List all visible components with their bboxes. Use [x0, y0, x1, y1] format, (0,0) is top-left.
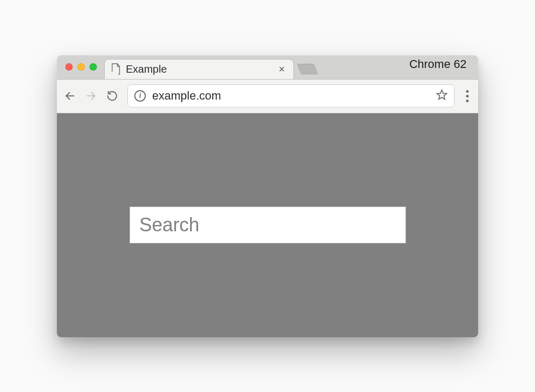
- window-controls: [57, 55, 105, 79]
- reload-button[interactable]: [106, 90, 118, 102]
- url-text: example.com: [152, 89, 430, 103]
- minimize-window-button[interactable]: [77, 63, 85, 71]
- close-window-button[interactable]: [65, 63, 73, 71]
- back-button[interactable]: [64, 90, 76, 102]
- tab-strip: Example × Chrome 62: [57, 55, 478, 80]
- browser-window: Example × Chrome 62 i ex: [57, 55, 478, 337]
- page-viewport: [57, 113, 478, 337]
- bookmark-star-icon[interactable]: [436, 89, 448, 103]
- maximize-window-button[interactable]: [90, 63, 97, 71]
- toolbar: i example.com: [57, 80, 478, 113]
- tab-title: Example: [126, 63, 276, 75]
- page-icon: [111, 63, 121, 75]
- forward-button[interactable]: [85, 90, 97, 102]
- new-tab-button[interactable]: [297, 64, 318, 74]
- close-tab-button[interactable]: ×: [276, 64, 287, 74]
- search-input[interactable]: [130, 207, 406, 243]
- address-bar[interactable]: i example.com: [127, 84, 454, 107]
- browser-menu-button[interactable]: [464, 90, 471, 102]
- site-info-icon[interactable]: i: [134, 90, 146, 102]
- browser-version-label: Chrome 62: [409, 57, 478, 76]
- svg-marker-2: [437, 90, 447, 99]
- browser-tab[interactable]: Example ×: [104, 59, 294, 79]
